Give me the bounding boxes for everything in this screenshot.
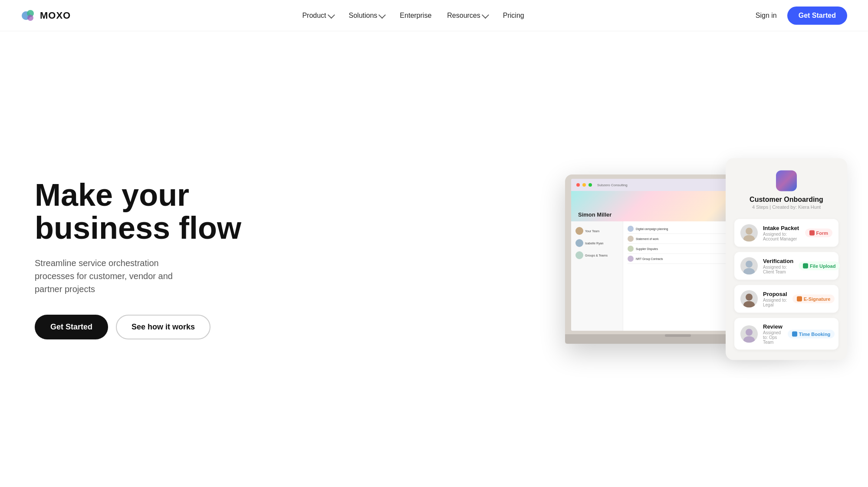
step-assigned-3: Assigned to: Legal: [763, 298, 787, 307]
step-avatar-1: [740, 224, 758, 242]
time-booking-icon: [792, 331, 797, 336]
step-info-4: Review Assigned to: Ops Team: [763, 323, 783, 345]
nav-actions: Sign in Get Started: [756, 7, 847, 25]
onboarding-panel: Customer Onboarding 4 Steps | Created by…: [726, 158, 847, 360]
sidebar-avatar: [575, 227, 583, 235]
dot-green: [589, 183, 592, 187]
step-info-1: Intake Packet Assigned to: Account Manag…: [763, 225, 800, 241]
logo-link[interactable]: MOXO: [21, 8, 71, 23]
onboarding-header: Customer Onboarding 4 Steps | Created by…: [734, 171, 838, 210]
hero-section: Make your business flow Streamline servi…: [0, 31, 868, 487]
hero-get-started-button[interactable]: Get Started: [35, 315, 108, 339]
screen-company: Subzero Consulting: [597, 183, 628, 187]
sidebar-item: Groups & Teams: [571, 249, 623, 261]
nav-pricing[interactable]: Pricing: [503, 12, 524, 20]
step-avatar-3: [740, 290, 758, 308]
sidebar-avatar: [575, 251, 583, 259]
step-name-1: Intake Packet: [763, 225, 800, 231]
svg-point-10: [746, 329, 753, 336]
dot-red: [576, 183, 580, 187]
svg-point-3: [27, 15, 33, 21]
file-upload-icon: [803, 263, 808, 269]
step-assigned-1: Assigned to: Account Manager: [763, 232, 800, 241]
svg-point-9: [743, 301, 755, 308]
step-avatar-4: [740, 325, 758, 342]
form-icon: [809, 230, 815, 236]
svg-point-5: [743, 235, 755, 242]
hero-subtitle: Streamline service orchestration process…: [35, 257, 200, 296]
screen-user-name: Simon Miller: [578, 211, 612, 218]
step-info-3: Proposal Assigned to: Legal: [763, 291, 787, 307]
onboarding-steps: Intake Packet Assigned to: Account Manag…: [734, 219, 838, 350]
nav-product[interactable]: Product: [302, 12, 333, 20]
onboarding-step-3: Proposal Assigned to: Legal E-Signature: [734, 285, 838, 313]
dot-yellow: [582, 183, 586, 187]
onboarding-step-2: Verification Assigned to: Client Team Fi…: [734, 252, 838, 280]
step-info-2: Verification Assigned to: Client Team: [763, 258, 793, 274]
svg-point-7: [743, 268, 755, 275]
sidebar-item: Your Team: [571, 225, 623, 237]
sidebar-item: Isabelle Ryan: [571, 237, 623, 249]
svg-point-6: [746, 261, 753, 268]
svg-point-11: [743, 336, 755, 342]
step-badge-file: File Upload: [799, 262, 840, 270]
chevron-down-icon: [378, 11, 386, 19]
hero-title: Make your business flow: [35, 179, 241, 244]
logo-icon: [21, 8, 36, 23]
hero-left: Make your business flow Streamline servi…: [35, 179, 241, 339]
nav-get-started-button[interactable]: Get Started: [787, 7, 847, 25]
esignature-icon: [797, 296, 802, 302]
step-assigned-4: Assigned to: Ops Team: [763, 330, 783, 345]
svg-point-4: [746, 228, 753, 235]
onboarding-subtitle: 4 Steps | Created by: Kiera Hunt: [752, 204, 821, 210]
onboarding-title: Customer Onboarding: [750, 196, 823, 204]
step-assigned-2: Assigned to: Client Team: [763, 265, 793, 274]
onboarding-step-1: Intake Packet Assigned to: Account Manag…: [734, 219, 838, 247]
sign-in-link[interactable]: Sign in: [756, 12, 777, 20]
step-avatar-2: [740, 257, 758, 275]
onboarding-step-4: Review Assigned to: Ops Team Time Bookin…: [734, 318, 838, 350]
laptop-notch: [665, 334, 691, 337]
navbar: MOXO Product Solutions Enterprise Resour…: [0, 0, 868, 31]
step-name-2: Verification: [763, 258, 793, 264]
step-badge-time: Time Booking: [788, 329, 835, 338]
nav-resources[interactable]: Resources: [447, 12, 487, 20]
step-name-3: Proposal: [763, 291, 787, 297]
nav-enterprise[interactable]: Enterprise: [400, 12, 431, 20]
step-badge-esig: E-Signature: [792, 295, 835, 303]
hero-right: Subzero Consulting Simon Miller Your Tea…: [509, 174, 847, 344]
onboarding-app-icon: [776, 171, 797, 191]
chevron-down-icon: [482, 11, 489, 19]
nav-links: Product Solutions Enterprise Resources P…: [302, 12, 524, 20]
svg-point-8: [746, 294, 753, 301]
hero-buttons: Get Started See how it works: [35, 315, 241, 339]
step-name-4: Review: [763, 323, 783, 330]
screen-sidebar: Your Team Isabelle Ryan Groups & Teams: [571, 221, 623, 331]
brand-name: MOXO: [40, 10, 71, 21]
chevron-down-icon: [327, 11, 335, 19]
sidebar-avatar: [575, 239, 583, 247]
nav-solutions[interactable]: Solutions: [349, 12, 385, 20]
hero-see-how-button[interactable]: See how it works: [116, 315, 210, 339]
step-badge-form: Form: [805, 229, 833, 237]
